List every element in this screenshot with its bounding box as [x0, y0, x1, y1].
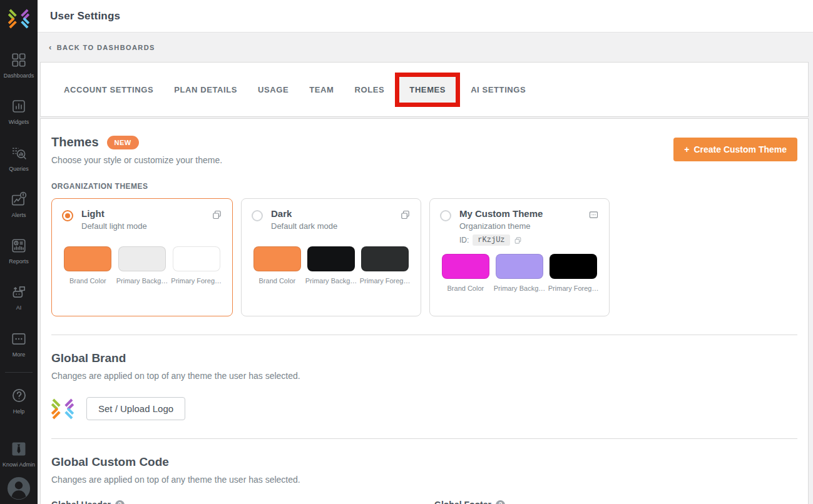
tab-ai-settings[interactable]: AI SETTINGS [471, 85, 526, 94]
more-ellipsis-icon [11, 329, 27, 349]
themes-panel: Themes NEW Choose your style or customiz… [40, 118, 809, 504]
theme-card-light[interactable]: Light Default light mode Brand Color [51, 198, 233, 316]
section-divider [51, 438, 797, 439]
organization-themes-label: ORGANIZATION THEMES [51, 182, 797, 191]
sidebar-item-label: Dashboards [4, 73, 34, 79]
primary-foreground-swatch[interactable] [550, 254, 597, 279]
theme-card-subtitle: Default light mode [81, 221, 212, 231]
sidebar-item-alerts[interactable]: Alerts [0, 185, 38, 223]
brand-color-swatch[interactable] [442, 254, 489, 279]
reports-icon [11, 236, 27, 256]
themes-title: Themes [51, 135, 99, 149]
sidebar-item-label: Widgets [9, 119, 29, 126]
new-badge: NEW [107, 136, 139, 149]
page-title: User Settings [50, 10, 120, 23]
alerts-icon [11, 189, 27, 209]
plus-icon: + [684, 144, 689, 154]
knowi-brand-logo-icon [51, 398, 74, 420]
theme-card-custom[interactable]: My Custom Theme Organization theme ID: r… [429, 198, 610, 316]
primary-background-swatch[interactable] [496, 254, 543, 279]
themes-subtitle: Choose your style or customize your them… [51, 155, 222, 165]
back-chevron-icon: ‹ [49, 43, 53, 52]
tab-account-settings[interactable]: ACCOUNT SETTINGS [64, 85, 153, 94]
theme-card-subtitle: Organization theme [459, 221, 588, 231]
back-to-dashboards-link[interactable]: ‹ BACK TO DASHBOARDS [49, 43, 155, 52]
avatar-icon [7, 476, 31, 500]
sidebar-item-dashboards[interactable]: Dashboards [0, 46, 38, 84]
sidebar: Dashboards Widgets Queries [0, 0, 38, 504]
ellipsis-menu-icon[interactable] [588, 209, 599, 220]
section-divider [51, 335, 797, 335]
tab-roles[interactable]: ROLES [355, 85, 385, 94]
theme-radio-dark[interactable] [252, 210, 263, 221]
ai-robot-icon [11, 282, 27, 302]
copy-icon[interactable] [400, 209, 411, 220]
sidebar-item-label: Alerts [11, 212, 26, 219]
theme-radio-light[interactable] [62, 210, 73, 221]
theme-radio-custom[interactable] [440, 210, 451, 221]
create-custom-theme-button[interactable]: + Create Custom Theme [673, 138, 797, 161]
brand-color-swatch[interactable] [253, 246, 301, 271]
theme-id-value: rKzjUz [473, 234, 509, 246]
sidebar-item-help[interactable]: Help [0, 381, 38, 420]
primary-background-swatch[interactable] [118, 246, 166, 271]
theme-card-title: My Custom Theme [459, 208, 588, 219]
widgets-chart-icon [11, 96, 26, 116]
settings-tab-bar: ACCOUNT SETTINGS PLAN DETAILS USAGE TEAM… [40, 62, 809, 117]
breadcrumb-band: ‹ BACK TO DASHBOARDS [38, 33, 813, 62]
queries-search-icon [11, 143, 27, 163]
sidebar-item-ai[interactable]: AI [0, 278, 38, 316]
sidebar-item-more[interactable]: More [0, 325, 38, 363]
copy-id-icon[interactable] [514, 236, 522, 244]
main-area: User Settings ‹ BACK TO DASHBOARDS ACCOU… [38, 0, 813, 504]
sidebar-item-label: Help [13, 408, 25, 415]
sidebar-item-label: AI [16, 305, 22, 311]
sidebar-item-knowi-admin[interactable]: Knowi Admin [0, 435, 38, 473]
sidebar-item-label: Queries [9, 166, 29, 173]
sidebar-item-widgets[interactable]: Widgets [0, 92, 38, 130]
sidebar-item-label: Reports [9, 258, 29, 265]
theme-id-label: ID: [459, 236, 469, 244]
global-header-help-icon[interactable]: ? [115, 500, 125, 504]
sidebar-item-queries[interactable]: Queries [0, 139, 38, 177]
back-link-label: BACK TO DASHBOARDS [57, 44, 155, 51]
theme-cards-row: Light Default light mode Brand Color [51, 198, 797, 316]
tab-themes[interactable]: THEMES [399, 77, 456, 103]
page-header: User Settings [38, 0, 813, 33]
knowi-logo-icon [8, 8, 29, 29]
primary-background-swatch[interactable] [307, 246, 355, 271]
copy-icon[interactable] [212, 209, 222, 220]
tab-plan-details[interactable]: PLAN DETAILS [174, 85, 237, 94]
primary-foreground-swatch[interactable] [361, 246, 409, 271]
help-icon [11, 386, 28, 406]
sidebar-item-reports[interactable]: Reports [0, 231, 38, 270]
sidebar-item-label: More [13, 351, 26, 358]
primary-foreground-swatch[interactable] [173, 246, 220, 271]
theme-card-subtitle: Default dark mode [271, 221, 400, 231]
tab-usage[interactable]: USAGE [258, 85, 289, 94]
brand-color-swatch[interactable] [64, 246, 111, 271]
knowi-logo[interactable] [8, 8, 29, 29]
dashboards-grid-icon [11, 50, 27, 70]
tab-team[interactable]: TEAM [309, 85, 334, 94]
global-footer-label: Global Footer [434, 500, 491, 504]
theme-card-title: Dark [271, 208, 400, 219]
global-brand-title: Global Brand [51, 351, 797, 365]
sidebar-divider [5, 372, 33, 373]
theme-card-dark[interactable]: Dark Default dark mode Brand Color [241, 198, 421, 316]
user-avatar[interactable] [7, 476, 31, 500]
global-custom-code-subtitle: Changes are applied on top of any theme … [51, 475, 797, 485]
set-upload-logo-button[interactable]: Set / Upload Logo [86, 397, 185, 420]
theme-card-title: Light [81, 208, 212, 219]
global-footer-help-icon[interactable]: ? [496, 500, 505, 504]
current-logo-preview [51, 398, 74, 420]
sidebar-item-label: Knowi Admin [3, 461, 35, 468]
global-brand-subtitle: Changes are applied on top of any theme … [51, 371, 797, 381]
global-custom-code-title: Global Custom Code [51, 455, 797, 469]
global-header-label: Global Header [51, 500, 111, 504]
admin-tie-icon [10, 439, 28, 459]
